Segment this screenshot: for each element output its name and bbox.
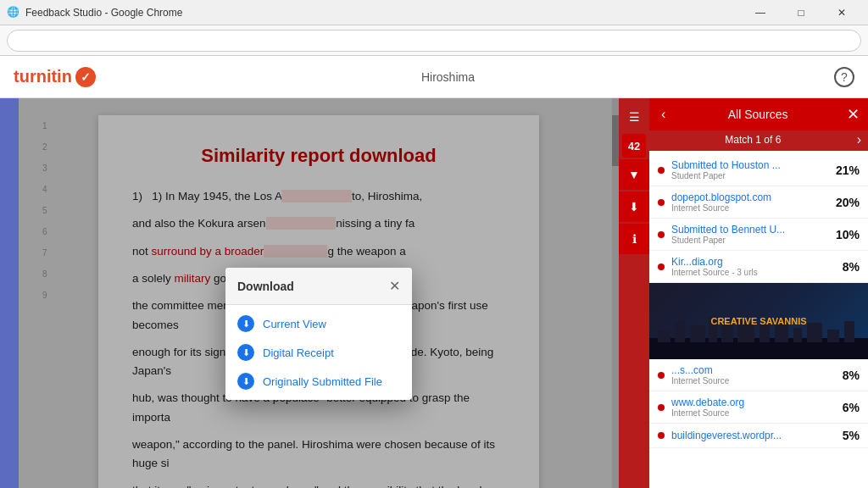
svg-rect-7 [760, 324, 770, 342]
close-panel-button[interactable]: ✕ [847, 105, 860, 124]
source-info: Submitted to Bennett U... Student Paper [671, 224, 829, 245]
source-item[interactable]: dopepot.blogspot.com Internet Source 20% [649, 186, 868, 219]
source-pct: 10% [836, 228, 860, 241]
address-bar[interactable] [7, 30, 861, 52]
source-name: Submitted to Houston ... [671, 159, 829, 171]
source-info: Kir...dia.org Internet Source - 3 urls [671, 256, 836, 277]
source-info: buildingeverest.wordpr... [671, 430, 836, 441]
match-info-text: Match 1 of 6 [725, 134, 781, 146]
source-info: dopepot.blogspot.com Internet Source [671, 191, 829, 213]
source-item[interactable]: www.debate.org Internet Source 6% [649, 391, 868, 424]
left-panel-tab[interactable] [2, 102, 17, 152]
source-dot [658, 372, 665, 379]
tools-panel: ☰ 42 ▼ ⬇ ℹ [619, 98, 649, 488]
window-title: Feedback Studio - Google Chrome [25, 7, 741, 19]
source-name: buildingeverest.wordpr... [671, 430, 836, 441]
original-file-option[interactable]: ⬇ Originally Submitted File [237, 373, 400, 390]
source-info: ...s...com Internet Source [671, 364, 836, 385]
sources-list: Submitted to Houston ... Student Paper 2… [649, 151, 868, 488]
dialog-title: Download [237, 280, 294, 293]
document-area: 123456789 Similarity report download 1) … [19, 98, 619, 488]
download-icon-3: ⬇ [237, 373, 254, 390]
current-view-option[interactable]: ⬇ Current View [237, 315, 400, 332]
browser-bar [0, 25, 868, 56]
document-name: Hiroshima [421, 70, 475, 84]
source-dot [658, 404, 665, 411]
left-side-panel [0, 98, 19, 488]
download-icon-1: ⬇ [237, 315, 254, 332]
svg-rect-10 [807, 323, 822, 342]
source-pct: 6% [843, 401, 860, 414]
content-area: 123456789 Similarity report download 1) … [0, 98, 868, 488]
source-type: Student Paper [671, 171, 829, 180]
source-info: www.debate.org Internet Source [671, 396, 836, 418]
title-bar: 🌐 Feedback Studio - Google Chrome — □ ✕ [0, 0, 868, 25]
source-type: Internet Source - 3 urls [671, 268, 836, 277]
source-dot [658, 231, 665, 238]
source-dot [658, 199, 665, 206]
dialog-body: ⬇ Current View ⬇ Digital Receipt ⬇ Origi… [225, 305, 412, 400]
close-button[interactable]: ✕ [822, 0, 861, 25]
source-name: www.debate.org [671, 396, 836, 408]
maximize-button[interactable]: □ [782, 0, 821, 25]
minimize-button[interactable]: — [741, 0, 780, 25]
right-panel: ‹ All Sources ✕ Match 1 of 6 › Submitted… [649, 98, 868, 488]
source-pct: 20% [836, 196, 860, 209]
source-dot [658, 432, 665, 439]
next-match-button[interactable]: › [854, 132, 865, 147]
layers-icon: ☰ [629, 110, 640, 124]
prev-match-button[interactable]: ‹ [658, 107, 669, 122]
app-header: turnitin ✓ Hiroshima ? [0, 56, 868, 98]
source-item[interactable]: Submitted to Bennett U... Student Paper … [649, 219, 868, 251]
source-item[interactable]: Kir...dia.org Internet Source - 3 urls 8… [649, 251, 868, 283]
source-pct: 8% [843, 260, 860, 274]
source-name: Kir...dia.org [671, 256, 836, 268]
info-icon: ℹ [632, 232, 637, 246]
dialog-close-button[interactable]: ✕ [389, 278, 400, 294]
filter-button[interactable]: ▼ [619, 159, 649, 190]
download-icon-2: ⬇ [237, 344, 254, 361]
original-file-label: Originally Submitted File [263, 375, 382, 388]
window-controls: — □ ✕ [741, 0, 861, 25]
source-pct: 5% [843, 429, 860, 442]
svg-rect-9 [793, 328, 802, 342]
digital-receipt-label: Digital Receipt [263, 347, 334, 359]
similarity-badge: 42 [622, 134, 646, 158]
source-type: Internet Source [671, 203, 829, 213]
layers-button[interactable]: ☰ [619, 102, 649, 132]
svg-rect-3 [690, 325, 705, 342]
source-type: Student Paper [671, 236, 829, 245]
chrome-icon: 🌐 [7, 6, 20, 19]
source-item[interactable]: ...s...com Internet Source 8% [649, 359, 868, 391]
watermark-text: CREATIVE SAVANNIS [710, 316, 806, 326]
watermark-area: CREATIVE SAVANNIS [649, 283, 868, 359]
dialog-overlay: Download ✕ ⬇ Current View ⬇ Digital Rece… [19, 98, 619, 488]
source-pct: 8% [843, 369, 860, 382]
digital-receipt-option[interactable]: ⬇ Digital Receipt [237, 344, 400, 361]
dialog-header: Download ✕ [225, 268, 412, 305]
download-tool-button[interactable]: ⬇ [619, 191, 649, 222]
logo-text: turnitin [14, 67, 72, 86]
svg-rect-11 [827, 330, 839, 342]
svg-rect-2 [675, 321, 685, 342]
source-info: Submitted to Houston ... Student Paper [671, 159, 829, 180]
source-name: dopepot.blogspot.com [671, 191, 829, 203]
svg-rect-12 [844, 321, 854, 342]
source-item[interactable]: buildingeverest.wordpr... 5% [649, 424, 868, 448]
source-pct: 21% [836, 164, 860, 177]
source-item[interactable]: Submitted to Houston ... Student Paper 2… [649, 154, 868, 186]
source-dot [658, 167, 665, 174]
source-type: Internet Source [671, 408, 836, 418]
current-view-label: Current View [263, 318, 326, 330]
filter-icon: ▼ [628, 168, 640, 181]
source-name: Submitted to Bennett U... [671, 224, 829, 236]
info-button[interactable]: ℹ [619, 224, 649, 254]
right-panel-header: ‹ All Sources ✕ [649, 98, 868, 130]
download-tool-icon: ⬇ [629, 200, 639, 214]
all-sources-title: All Sources [669, 108, 847, 121]
svg-rect-1 [658, 330, 670, 342]
logo-icon: ✓ [75, 67, 96, 87]
match-info: Match 1 of 6 › [649, 130, 868, 151]
help-button[interactable]: ? [834, 67, 854, 87]
download-dialog: Download ✕ ⬇ Current View ⬇ Digital Rece… [225, 268, 412, 400]
